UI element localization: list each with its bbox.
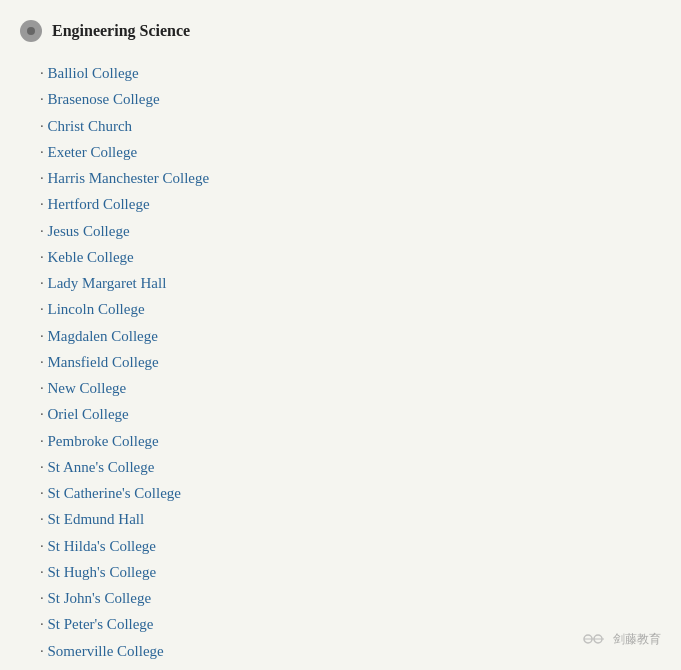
- college-link[interactable]: Keble College: [48, 249, 134, 265]
- college-link[interactable]: Lady Margaret Hall: [48, 275, 167, 291]
- college-link[interactable]: Brasenose College: [48, 91, 160, 107]
- list-item: Somerville College: [40, 638, 661, 664]
- list-item: Lincoln College: [40, 296, 661, 322]
- list-item: Jesus College: [40, 218, 661, 244]
- list-item: Magdalen College: [40, 323, 661, 349]
- list-item: Pembroke College: [40, 428, 661, 454]
- college-link[interactable]: Christ Church: [48, 118, 133, 134]
- section-icon: [20, 20, 42, 42]
- college-link[interactable]: St Edmund Hall: [48, 511, 145, 527]
- list-item: St Peter's College: [40, 611, 661, 637]
- college-link[interactable]: Oriel College: [48, 406, 129, 422]
- list-item: Hertford College: [40, 191, 661, 217]
- college-link[interactable]: Lincoln College: [48, 301, 145, 317]
- college-link[interactable]: Harris Manchester College: [48, 170, 210, 186]
- college-link[interactable]: St John's College: [48, 590, 152, 606]
- list-item: St Edmund Hall: [40, 506, 661, 532]
- college-link[interactable]: St Peter's College: [48, 616, 154, 632]
- watermark: 剑藤教育: [580, 628, 661, 650]
- list-item: Exeter College: [40, 139, 661, 165]
- college-link[interactable]: St Catherine's College: [48, 485, 182, 501]
- college-link[interactable]: Pembroke College: [48, 433, 159, 449]
- list-item: St Anne's College: [40, 454, 661, 480]
- watermark-icon: [580, 628, 608, 650]
- list-item: Harris Manchester College: [40, 165, 661, 191]
- list-item: Mansfield College: [40, 349, 661, 375]
- list-item: Keble College: [40, 244, 661, 270]
- list-item: Balliol College: [40, 60, 661, 86]
- list-item: Lady Margaret Hall: [40, 270, 661, 296]
- college-link[interactable]: St Anne's College: [48, 459, 155, 475]
- list-item: St Catherine's College: [40, 480, 661, 506]
- college-link[interactable]: St Hilda's College: [48, 538, 157, 554]
- list-item: New College: [40, 375, 661, 401]
- college-link[interactable]: Hertford College: [48, 196, 150, 212]
- college-link[interactable]: Jesus College: [48, 223, 130, 239]
- college-link[interactable]: Mansfield College: [48, 354, 159, 370]
- college-link[interactable]: Balliol College: [48, 65, 139, 81]
- college-list: Balliol CollegeBrasenose CollegeChrist C…: [20, 60, 661, 670]
- college-link[interactable]: Magdalen College: [48, 328, 158, 344]
- college-link[interactable]: Somerville College: [48, 643, 164, 659]
- list-item: St Hugh's College: [40, 559, 661, 585]
- watermark-text: 剑藤教育: [613, 631, 661, 648]
- list-item: St Hilda's College: [40, 533, 661, 559]
- list-item: Christ Church: [40, 113, 661, 139]
- section-title: Engineering Science: [52, 22, 190, 40]
- list-item: Brasenose College: [40, 86, 661, 112]
- list-item: Oriel College: [40, 401, 661, 427]
- college-link[interactable]: St Hugh's College: [48, 564, 157, 580]
- list-item: Trinity College: [40, 664, 661, 670]
- college-link[interactable]: New College: [48, 380, 127, 396]
- college-link[interactable]: Exeter College: [48, 144, 138, 160]
- header-section: Engineering Science: [20, 20, 661, 42]
- list-item: St John's College: [40, 585, 661, 611]
